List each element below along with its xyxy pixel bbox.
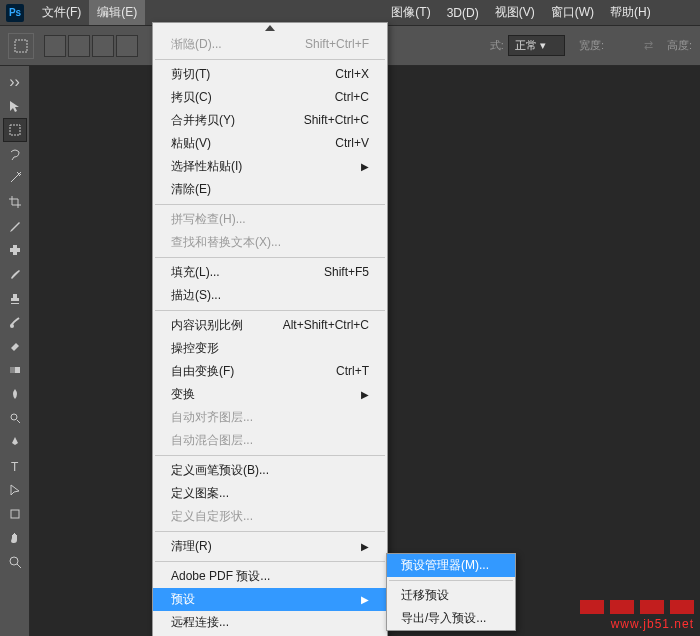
submenu-arrow-icon: ▶ (361, 591, 369, 608)
submenu-item-导出导入预设[interactable]: 导出/导入预设... (387, 607, 515, 630)
menu-item-拼写检查H: 拼写检查(H)... (153, 208, 387, 231)
menu-item-清理R[interactable]: 清理(R)▶ (153, 535, 387, 558)
svg-point-7 (11, 414, 17, 420)
blur-tool[interactable] (3, 382, 27, 406)
menu-item-Adobe-PDF-预设[interactable]: Adobe PDF 预设... (153, 565, 387, 588)
tab-toggle-icon[interactable]: ›› (3, 70, 27, 94)
menu-item-填充L[interactable]: 填充(L)...Shift+F5 (153, 261, 387, 284)
history-brush-tool[interactable] (3, 310, 27, 334)
menu-separator (155, 257, 385, 258)
edit-menu-dropdown: 渐隐(D)...Shift+Ctrl+F剪切(T)Ctrl+X拷贝(C)Ctrl… (152, 22, 388, 636)
menu-window[interactable]: 窗口(W) (543, 0, 602, 25)
current-tool-icon[interactable] (8, 33, 34, 59)
submenu-item-迁移预设[interactable]: 迁移预设 (387, 584, 515, 607)
menu-separator (155, 204, 385, 205)
pen-tool[interactable] (3, 430, 27, 454)
svg-rect-6 (10, 367, 15, 373)
marquee-mode-new[interactable] (44, 35, 66, 57)
marquee-mode-intersect[interactable] (116, 35, 138, 57)
menu-separator (155, 455, 385, 456)
menu-item-定义画笔预设B[interactable]: 定义画笔预设(B)... (153, 459, 387, 482)
menu-view[interactable]: 视图(V) (487, 0, 543, 25)
submenu-item-预设管理器M[interactable]: 预设管理器(M)... (387, 554, 515, 577)
menu-item-剪切T[interactable]: 剪切(T)Ctrl+X (153, 63, 387, 86)
scroll-up-icon[interactable] (153, 23, 387, 33)
menu-item-操控变形[interactable]: 操控变形 (153, 337, 387, 360)
hand-tool[interactable] (3, 526, 27, 550)
path-select-tool[interactable] (3, 478, 27, 502)
height-label: 高度: (667, 38, 692, 53)
submenu-arrow-icon: ▶ (361, 538, 369, 555)
menu-item-远程连接[interactable]: 远程连接... (153, 611, 387, 634)
menu-image[interactable]: 图像(T) (383, 0, 438, 25)
width-label: 宽度: (579, 38, 604, 53)
dodge-tool[interactable] (3, 406, 27, 430)
svg-rect-9 (11, 510, 19, 518)
menu-separator (389, 580, 513, 581)
menu-item-内容识别比例[interactable]: 内容识别比例Alt+Shift+Ctrl+C (153, 314, 387, 337)
menu-item-变换[interactable]: 变换▶ (153, 383, 387, 406)
style-select[interactable]: 正常 ▾ (508, 35, 565, 56)
menu-item-粘贴V[interactable]: 粘贴(V)Ctrl+V (153, 132, 387, 155)
menu-item-定义图案[interactable]: 定义图案... (153, 482, 387, 505)
move-tool[interactable] (3, 94, 27, 118)
menu-item-自动混合图层: 自动混合图层... (153, 429, 387, 452)
menu-item-渐隐D: 渐隐(D)...Shift+Ctrl+F (153, 33, 387, 56)
app-logo: Ps (6, 4, 24, 22)
menu-file[interactable]: 文件(F) (34, 0, 89, 25)
marquee-tool[interactable] (3, 118, 27, 142)
menu-separator (155, 59, 385, 60)
svg-rect-0 (15, 40, 27, 52)
svg-point-4 (10, 324, 14, 328)
svg-text:T: T (11, 460, 19, 473)
menu-item-查找和替换文本X: 查找和替换文本(X)... (153, 231, 387, 254)
marquee-mode-group (44, 35, 138, 57)
menu-item-合并拷贝Y[interactable]: 合并拷贝(Y)Shift+Ctrl+C (153, 109, 387, 132)
eyedropper-tool[interactable] (3, 214, 27, 238)
menu-separator (155, 310, 385, 311)
marquee-mode-add[interactable] (68, 35, 90, 57)
menu-separator (155, 531, 385, 532)
zoom-tool[interactable] (3, 550, 27, 574)
menu-help[interactable]: 帮助(H) (602, 0, 659, 25)
svg-rect-3 (13, 245, 17, 255)
eraser-tool[interactable] (3, 334, 27, 358)
marquee-mode-subtract[interactable] (92, 35, 114, 57)
crop-tool[interactable] (3, 190, 27, 214)
watermark: www.jb51.net (580, 600, 694, 632)
menu-item-定义自定形状: 定义自定形状... (153, 505, 387, 528)
style-label: 式: (490, 38, 504, 53)
lasso-tool[interactable] (3, 142, 27, 166)
svg-rect-1 (10, 125, 20, 135)
svg-point-10 (10, 557, 18, 565)
shape-tool[interactable] (3, 502, 27, 526)
type-tool[interactable]: T (3, 454, 27, 478)
brush-tool[interactable] (3, 262, 27, 286)
menu-separator (155, 561, 385, 562)
heal-tool[interactable] (3, 238, 27, 262)
menu-edit[interactable]: 编辑(E) (89, 0, 145, 25)
chevron-down-icon: ▾ (540, 39, 546, 51)
gradient-tool[interactable] (3, 358, 27, 382)
stamp-tool[interactable] (3, 286, 27, 310)
menu-item-自由变换F[interactable]: 自由变换(F)Ctrl+T (153, 360, 387, 383)
submenu-arrow-icon: ▶ (361, 158, 369, 175)
menu-3d[interactable]: 3D(D) (439, 2, 487, 24)
menu-item-自动对齐图层: 自动对齐图层... (153, 406, 387, 429)
swap-icon[interactable]: ⇄ (644, 39, 653, 52)
toolstrip: ›› T (0, 66, 30, 636)
menu-item-预设[interactable]: 预设▶ (153, 588, 387, 611)
menu-item-清除E[interactable]: 清除(E) (153, 178, 387, 201)
wand-tool[interactable] (3, 166, 27, 190)
preset-submenu: 预设管理器(M)...迁移预设导出/导入预设... (386, 553, 516, 631)
menu-item-拷贝C[interactable]: 拷贝(C)Ctrl+C (153, 86, 387, 109)
submenu-arrow-icon: ▶ (361, 386, 369, 403)
menu-item-描边S[interactable]: 描边(S)... (153, 284, 387, 307)
menu-item-选择性粘贴I[interactable]: 选择性粘贴(I)▶ (153, 155, 387, 178)
